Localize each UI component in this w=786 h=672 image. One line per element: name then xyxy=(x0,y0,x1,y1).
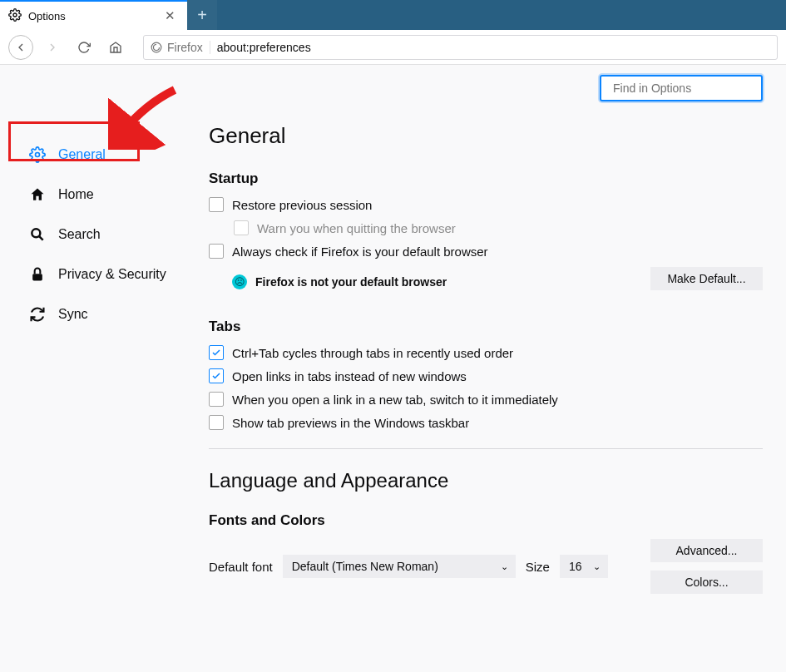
warn-quit-option: Warn you when quitting the browser xyxy=(234,220,763,235)
sidebar-item-label: Home xyxy=(58,187,94,202)
font-size-label: Size xyxy=(526,560,550,574)
checkbox[interactable] xyxy=(209,244,224,259)
preferences-page: General Home Search Privacy & Security S… xyxy=(0,65,786,672)
checkbox xyxy=(234,220,249,235)
default-browser-status: Firefox is not your default browser xyxy=(255,275,447,289)
chevron-down-icon: ⌄ xyxy=(593,561,601,572)
search-options-input[interactable] xyxy=(613,82,759,95)
gear-icon xyxy=(8,8,22,24)
select-value: 16 xyxy=(569,560,582,573)
default-font-label: Default font xyxy=(209,560,273,574)
page-title: General xyxy=(209,123,763,149)
colors-button[interactable]: Colors... xyxy=(650,571,763,594)
categories-sidebar: General Home Search Privacy & Security S… xyxy=(0,65,204,672)
home-icon xyxy=(28,185,47,204)
restore-session-option[interactable]: Restore previous session xyxy=(209,197,763,212)
sidebar-item-label: Search xyxy=(58,227,101,242)
svg-point-2 xyxy=(36,153,40,157)
make-default-button[interactable]: Make Default... xyxy=(650,267,763,290)
checkbox[interactable] xyxy=(209,345,224,360)
open-links-tabs-option[interactable]: Open links in tabs instead of new window… xyxy=(209,368,763,383)
sad-face-icon: ☹ xyxy=(232,274,247,289)
sidebar-item-home[interactable]: Home xyxy=(22,178,189,211)
option-label: Always check if Firefox is your default … xyxy=(232,245,488,259)
sidebar-item-search[interactable]: Search xyxy=(22,218,189,251)
checkbox[interactable] xyxy=(209,415,224,430)
separator xyxy=(209,448,763,449)
chevron-down-icon: ⌄ xyxy=(501,561,508,572)
option-label: Show tab previews in the Windows taskbar xyxy=(232,416,469,430)
browser-tab-options[interactable]: Options ✕ xyxy=(0,0,187,30)
fonts-colors-heading: Fonts and Colors xyxy=(209,512,763,529)
checkbox[interactable] xyxy=(209,197,224,212)
identity-box: Firefox xyxy=(151,41,210,54)
startup-heading: Startup xyxy=(209,170,763,187)
option-label: Restore previous session xyxy=(232,198,372,212)
option-label: Ctrl+Tab cycles through tabs in recently… xyxy=(232,346,513,360)
sync-icon xyxy=(28,305,47,324)
gear-icon xyxy=(28,146,47,164)
tabs-heading: Tabs xyxy=(209,319,763,335)
back-button[interactable] xyxy=(8,35,33,60)
new-tab-button[interactable]: + xyxy=(187,0,217,30)
sidebar-item-label: General xyxy=(58,147,106,162)
search-icon xyxy=(28,225,47,244)
checkbox[interactable] xyxy=(209,368,224,383)
nav-toolbar: Firefox about:preferences xyxy=(0,30,786,65)
sidebar-item-label: Privacy & Security xyxy=(58,267,166,282)
sidebar-item-sync[interactable]: Sync xyxy=(22,298,189,331)
advanced-fonts-button[interactable]: Advanced... xyxy=(650,539,763,562)
firefox-icon xyxy=(151,42,162,53)
option-label: Warn you when quitting the browser xyxy=(257,221,456,235)
switch-to-new-tab-option[interactable]: When you open a link in a new tab, switc… xyxy=(209,392,763,407)
identity-label: Firefox xyxy=(167,41,203,54)
always-check-default-option[interactable]: Always check if Firefox is your default … xyxy=(209,244,763,259)
sidebar-item-label: Sync xyxy=(58,307,88,322)
sidebar-item-privacy[interactable]: Privacy & Security xyxy=(22,258,189,291)
svg-point-3 xyxy=(32,229,40,237)
select-value: Default (Times New Roman) xyxy=(292,560,438,573)
tab-strip: Options ✕ + xyxy=(0,0,786,30)
url-text: about:preferences xyxy=(217,41,311,54)
reload-button[interactable] xyxy=(72,35,96,60)
language-appearance-heading: Language and Appearance xyxy=(209,469,763,492)
checkbox[interactable] xyxy=(209,392,224,407)
taskbar-previews-option[interactable]: Show tab previews in the Windows taskbar xyxy=(209,415,763,430)
default-font-select[interactable]: Default (Times New Roman) ⌄ xyxy=(283,555,516,578)
ctrl-tab-option[interactable]: Ctrl+Tab cycles through tabs in recently… xyxy=(209,345,763,360)
url-bar[interactable]: Firefox about:preferences xyxy=(143,35,778,60)
tab-title: Options xyxy=(28,10,155,22)
lock-icon xyxy=(28,265,47,284)
option-label: When you open a link in a new tab, switc… xyxy=(232,393,558,407)
close-tab-button[interactable]: ✕ xyxy=(161,8,179,23)
sidebar-item-general[interactable]: General xyxy=(22,138,189,171)
content-area: General Startup Restore previous session… xyxy=(204,65,786,672)
svg-rect-4 xyxy=(32,274,42,280)
svg-point-0 xyxy=(13,13,17,17)
font-size-select[interactable]: 16 ⌄ xyxy=(560,555,608,578)
default-font-row: Default font Default (Times New Roman) ⌄… xyxy=(209,539,763,594)
option-label: Open links in tabs instead of new window… xyxy=(232,369,467,383)
search-options-box[interactable] xyxy=(600,75,763,101)
forward-button[interactable] xyxy=(40,35,65,60)
home-button[interactable] xyxy=(103,35,128,60)
